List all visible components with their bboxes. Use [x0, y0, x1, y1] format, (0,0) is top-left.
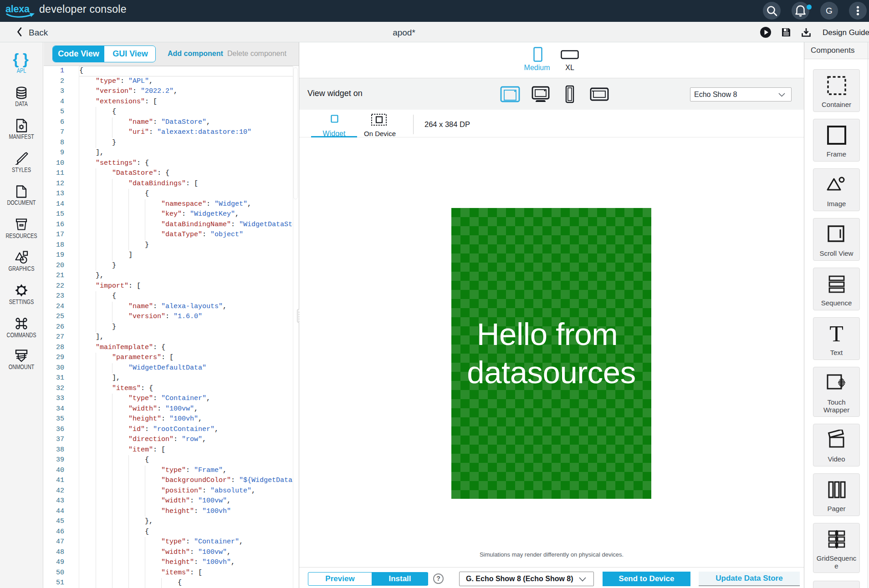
- svg-text:alexa: alexa: [5, 4, 30, 15]
